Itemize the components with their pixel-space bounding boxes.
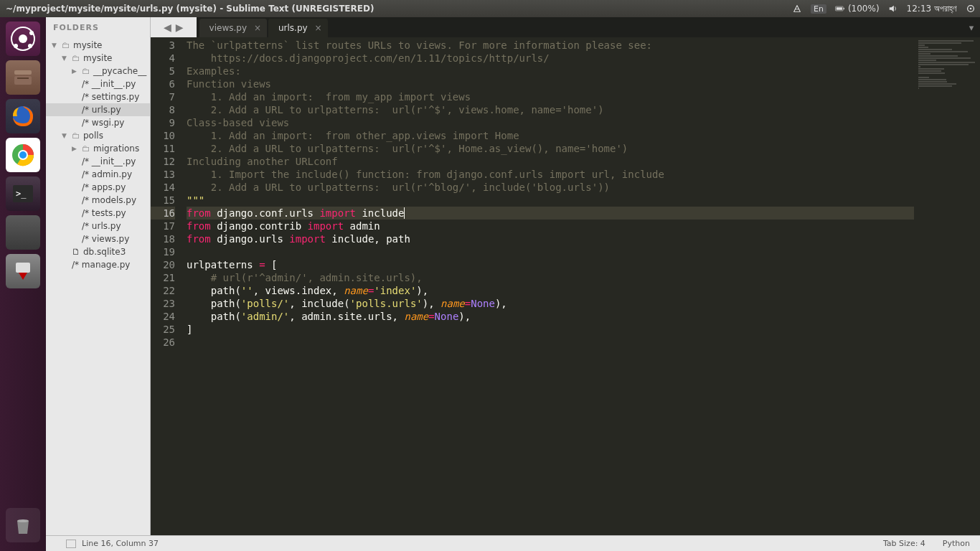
svg-point-6 [19, 34, 27, 43]
file-item[interactable]: /* tests.py [46, 207, 150, 220]
svg-point-20 [17, 519, 29, 522]
tab-overflow-icon[interactable]: ▾ [963, 17, 980, 37]
gutter: 3456789101112131415161718192021222324252… [151, 37, 184, 535]
tree-label: /* __init__.py [82, 156, 136, 166]
file-item[interactable]: /* settings.py [46, 90, 150, 103]
disclosure-arrow-icon[interactable]: ▼ [52, 42, 59, 49]
tab-views-py[interactable]: views.py× [199, 19, 267, 37]
svg-point-4 [970, 8, 972, 10]
syntax-mode[interactable]: Python [943, 539, 970, 548]
disclosure-arrow-icon[interactable]: ▼ [62, 132, 69, 139]
battery-indicator[interactable]: (100%) [831, 4, 884, 14]
file-item[interactable]: /* apps.py [46, 181, 150, 194]
firefox-icon[interactable] [6, 99, 40, 133]
tree-label: /* settings.py [82, 92, 139, 102]
svg-point-9 [28, 44, 32, 48]
close-icon[interactable]: × [315, 23, 322, 33]
sidebar[interactable]: ▼🗀mysite▼🗀mysite▶🗀__pycache__/* __init__… [46, 37, 151, 535]
svg-rect-19 [16, 263, 30, 273]
terminal-icon[interactable]: >_ [6, 176, 40, 211]
top-row: FOLDERS ◀ ▶ views.py×urls.py× ▾ [46, 17, 980, 37]
clock[interactable]: 12:13 অপরাহ্ণ [903, 4, 961, 14]
minimap[interactable] [914, 37, 980, 535]
nav-forward-icon[interactable]: ▶ [176, 22, 184, 33]
tree-label: migrations [93, 143, 139, 154]
sublime-icon[interactable] [6, 215, 40, 250]
files-icon[interactable] [6, 60, 40, 95]
panel-switch-icon[interactable] [66, 540, 76, 548]
tab-label: urls.py [278, 23, 308, 33]
disclosure-arrow-icon[interactable]: ▶ [72, 67, 79, 75]
code-area[interactable]: The `urlpatterns` list routes URLs to vi… [184, 37, 914, 535]
folder-icon: 🗀 [72, 53, 80, 63]
language-indicator[interactable]: En [806, 4, 831, 14]
folder-icon: 🗀 [82, 143, 90, 154]
svg-point-7 [29, 31, 34, 35]
svg-point-8 [14, 44, 18, 48]
unity-launcher: >_ [0, 17, 46, 551]
tree-label: /* urls.py [82, 221, 121, 231]
dash-icon[interactable] [6, 22, 40, 56]
svg-point-16 [19, 151, 27, 159]
folder-item[interactable]: ▼🗀mysite [46, 39, 150, 52]
tree-label: mysite [83, 53, 112, 63]
tree-label: /* apps.py [82, 182, 126, 192]
tree-label: db.sqlite3 [83, 247, 126, 257]
system-top-panel: ~/myproject/mysite/mysite/urls.py (mysit… [0, 0, 980, 17]
tree-label: /* wsgi.py [82, 118, 124, 128]
tree-label: __pycache__ [93, 66, 146, 76]
tree-label: /* manage.py [72, 260, 130, 270]
disclosure-arrow-icon[interactable]: ▼ [62, 55, 69, 62]
disclosure-arrow-icon[interactable]: ▶ [72, 145, 79, 152]
tab-bar: views.py×urls.py× [197, 17, 963, 37]
tree-label: polls [83, 131, 103, 141]
file-item[interactable]: /* wsgi.py [46, 116, 150, 129]
file-icon: 🗋 [72, 247, 80, 257]
file-item[interactable]: /* admin.py [46, 168, 150, 181]
tree-label: mysite [73, 40, 102, 50]
file-item[interactable]: /* urls.py [46, 103, 150, 116]
file-item[interactable]: /* manage.py [46, 258, 150, 271]
svg-rect-10 [14, 70, 32, 75]
trash-icon[interactable] [6, 508, 40, 542]
chrome-icon[interactable] [6, 138, 40, 172]
folder-item[interactable]: ▶🗀__pycache__ [46, 65, 150, 77]
file-item[interactable]: /* __init__.py [46, 77, 150, 90]
svg-rect-2 [844, 8, 844, 9]
nav-back-icon[interactable]: ◀ [164, 22, 171, 33]
folder-icon: 🗀 [82, 66, 90, 76]
file-item[interactable]: /* urls.py [46, 220, 150, 232]
sublime-window: FOLDERS ◀ ▶ views.py×urls.py× ▾ ▼🗀mysite… [46, 17, 980, 551]
tab-size[interactable]: Tab Size: 4 [883, 539, 925, 548]
network-indicator[interactable] [788, 4, 806, 14]
file-item[interactable]: /* __init__.py [46, 155, 150, 168]
file-item[interactable]: /* views.py [46, 232, 150, 245]
svg-text:>_: >_ [16, 189, 27, 199]
tree-label: /* admin.py [82, 169, 132, 179]
svg-rect-11 [14, 76, 32, 85]
folders-label: FOLDERS [46, 23, 99, 32]
svg-rect-1 [837, 7, 842, 10]
tree-label: /* views.py [82, 234, 129, 244]
software-icon[interactable] [6, 254, 40, 288]
status-bar: Line 16, Column 37 Tab Size: 4 Python [46, 535, 980, 551]
close-icon[interactable]: × [254, 23, 261, 33]
tree-label: /* models.py [82, 195, 136, 205]
folder-icon: 🗀 [72, 131, 80, 141]
folder-item[interactable]: ▶🗀migrations [46, 142, 150, 155]
cursor-position: Line 16, Column 37 [82, 539, 159, 548]
folder-item[interactable]: ▼🗀mysite [46, 52, 150, 65]
window-title: ~/myproject/mysite/mysite/urls.py (mysit… [0, 4, 374, 14]
tab-label: views.py [209, 23, 247, 33]
tree-label: /* urls.py [82, 105, 121, 115]
folder-icon: 🗀 [62, 40, 70, 50]
tab-urls-py[interactable]: urls.py× [268, 19, 328, 37]
folder-item[interactable]: ▼🗀polls [46, 129, 150, 142]
file-item[interactable]: /* models.py [46, 194, 150, 207]
session-indicator[interactable] [961, 4, 980, 14]
sidebar-header: FOLDERS [46, 17, 151, 37]
file-item[interactable]: 🗋db.sqlite3 [46, 245, 150, 258]
sound-indicator[interactable] [884, 4, 903, 14]
tree-label: /* tests.py [82, 208, 126, 218]
editor[interactable]: 3456789101112131415161718192021222324252… [151, 37, 980, 535]
